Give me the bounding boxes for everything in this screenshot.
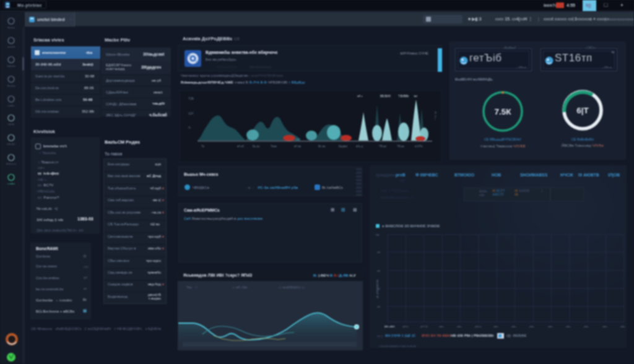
svg-text:Gab.dvn: Gab.dvn bbox=[7, 65, 15, 67]
svg-text:вб-вв: вб-вв bbox=[294, 145, 302, 148]
svg-text:вВв: вВв bbox=[493, 325, 498, 328]
svg-text:Nessiro: Nessiro bbox=[7, 27, 15, 29]
svg-text:Твав: Твав bbox=[271, 145, 277, 148]
svg-text:вВв: вВв bbox=[584, 325, 589, 328]
svg-text:вВ: вВ bbox=[377, 251, 380, 254]
svg-text:вВв: вВв bbox=[457, 325, 462, 328]
svg-text:вВв: вВв bbox=[511, 325, 516, 328]
svg-text:Вс-вв: Вс-вв bbox=[318, 145, 326, 148]
svg-text:ВВ.ВИИ: ВВ.ВИИ bbox=[380, 95, 391, 98]
svg-text:вб.вб: вб.вб bbox=[237, 145, 245, 148]
svg-text:твт: твт bbox=[414, 95, 417, 98]
svg-text:Disb.ns.vv: Disb.ns.vv bbox=[6, 163, 17, 165]
svg-text:вВв: вВв bbox=[529, 325, 534, 328]
svg-text:втУРв: втУРв bbox=[415, 145, 423, 148]
svg-text:вВв: вВв bbox=[439, 325, 444, 328]
svg-text:вВв: вВв bbox=[566, 325, 571, 328]
svg-text:вВТв: вВТв bbox=[402, 325, 409, 328]
svg-text:Бвдввт: Бвдввт bbox=[339, 145, 348, 148]
svg-text:вВ: вВ bbox=[377, 269, 380, 272]
svg-text:s.sobnr: s.sobnr bbox=[7, 183, 15, 185]
svg-text:6|Т: 6|Т bbox=[576, 106, 589, 115]
svg-text:12У: 12У bbox=[188, 111, 194, 115]
svg-text:Тв: Тв bbox=[201, 145, 205, 148]
svg-text:dub.dvrt: dub.dvrt bbox=[7, 143, 15, 145]
svg-text:вбс-д: вбс-д bbox=[356, 145, 363, 148]
svg-text:нб +: нб + bbox=[357, 95, 363, 98]
svg-text:ТВ.ва: ТВ.ва bbox=[397, 145, 404, 148]
svg-text:tub.bfs: tub.bfs bbox=[8, 123, 15, 126]
svg-text:Ч-: Ч- bbox=[188, 126, 191, 129]
svg-text:sub/bn: sub/bn bbox=[8, 105, 15, 107]
svg-text:вВв: вВв bbox=[620, 325, 625, 328]
svg-text:Nes.bvs: Nes.bvs bbox=[7, 85, 15, 87]
svg-text:ВЕ вВН: ВЕ вВН bbox=[384, 325, 394, 328]
svg-text:вВ вЕВСВВВ ВВ: вВ вЕВСВВВ ВВ bbox=[376, 279, 379, 298]
svg-text:вВ: вВ bbox=[377, 305, 380, 308]
svg-text:вВв: вВв bbox=[602, 325, 607, 328]
svg-text:вВв: вВв bbox=[548, 325, 553, 328]
svg-text:ws.dv/b: ws.dv/b bbox=[7, 46, 15, 48]
svg-text:вЕТЖ: вЕТЖ bbox=[420, 325, 428, 328]
svg-text:Т2Б: Т2Б bbox=[188, 97, 194, 100]
svg-text:7.5К: 7.5К bbox=[494, 107, 511, 116]
svg-text:вВбв: вВбв bbox=[475, 325, 482, 328]
svg-text:Бь.во: Бь.во bbox=[253, 145, 260, 148]
svg-text:ТВ.вв: ТВ.вв bbox=[379, 145, 386, 148]
svg-text:Т.ВИВВт: Т.ВИВВт bbox=[398, 95, 409, 98]
svg-text:НЕ: НЕ bbox=[376, 233, 380, 236]
